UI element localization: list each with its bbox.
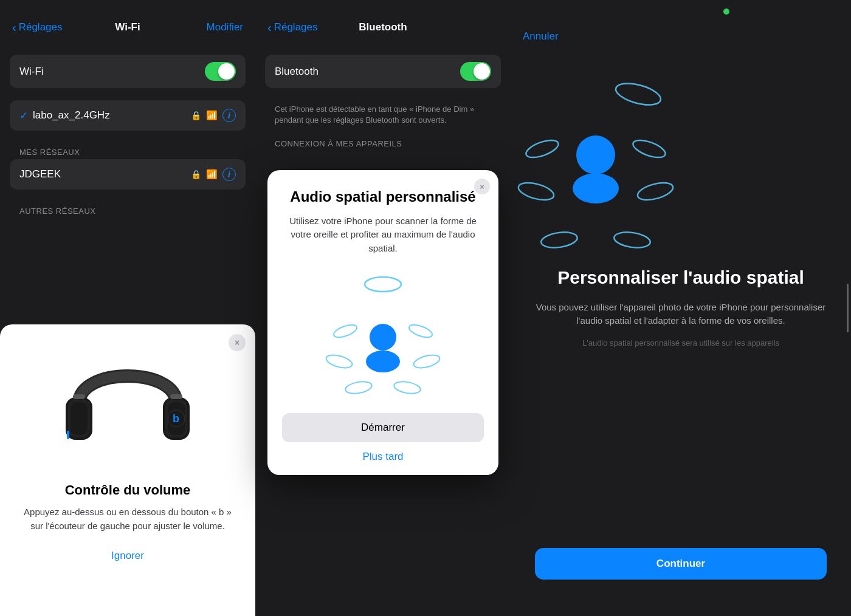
wifi-toggle[interactable] (205, 62, 236, 81)
bluetooth-toggle-section: Bluetooth (265, 55, 501, 88)
spatial-full-title: Personnaliser l'audio spatial (511, 267, 851, 289)
bluetooth-back-button[interactable]: ‹ Réglages (267, 21, 318, 35)
wifi-nav-title: Wi-Fi (115, 21, 140, 33)
spatial-full-subdesc: L'audio spatial personnalisé sera utilis… (511, 338, 851, 349)
wifi-connected-section: ✓ labo_ax_2.4GHz 🔒 📶 i (10, 100, 246, 131)
spatial-start-button[interactable]: Démarrer (282, 413, 484, 442)
wifi-toggle-label: Wi-Fi (19, 66, 205, 78)
wifi-row-icons: 🔒 📶 i (191, 109, 236, 122)
wifi-toggle-row[interactable]: Wi-Fi (10, 55, 246, 88)
wifi-nav-bar: ‹ Réglages Wi-Fi Modifier (0, 0, 255, 55)
svg-point-15 (325, 353, 353, 371)
scroll-indicator (847, 284, 849, 332)
svg-point-27 (540, 230, 579, 250)
toggle-thumb (218, 63, 235, 80)
beats-card-desc: Appuyez au-dessus ou en dessous du bouto… (12, 505, 243, 533)
my-networks-header: MES RÉSEAUX (0, 143, 255, 159)
beats-card-title: Contrôle du volume (65, 482, 191, 498)
wifi-signal-icon-2: 📶 (206, 169, 218, 180)
svg-point-11 (365, 277, 401, 292)
svg-point-25 (631, 137, 667, 161)
modal-close-button[interactable]: × (474, 179, 490, 194)
modal-title: Audio spatial personnalisé (290, 188, 475, 206)
svg-point-12 (370, 324, 396, 351)
other-networks-header: AUTRES RÉSEAUX (0, 202, 255, 218)
bluetooth-desc: Cet iPhone est détectable en tant que « … (255, 100, 511, 134)
svg-rect-10 (67, 431, 69, 439)
svg-point-22 (573, 173, 619, 204)
beats-card: × b (0, 324, 255, 616)
my-network-row[interactable]: JDGEEK 🔒 📶 i (10, 159, 246, 190)
svg-point-17 (412, 353, 441, 371)
my-network-label: JDGEEK (19, 168, 191, 180)
wifi-signal-icon: 📶 (206, 110, 218, 121)
bluetooth-connections-header: CONNEXION À MES APPAREILS (255, 134, 511, 151)
wifi-back-label: Réglages (19, 21, 63, 33)
my-networks-section: JDGEEK 🔒 📶 i (10, 159, 246, 190)
spatial-full-desc: Vous pouvez utiliser l'appareil photo de… (511, 301, 851, 328)
bluetooth-toggle[interactable] (460, 62, 491, 81)
svg-point-16 (407, 323, 433, 340)
wifi-toggle-section: Wi-Fi (10, 55, 246, 88)
svg-point-23 (524, 137, 560, 161)
svg-point-14 (332, 323, 358, 340)
svg-point-18 (345, 380, 373, 395)
svg-rect-2 (71, 402, 88, 435)
modal-spatial-viz (322, 267, 444, 401)
bluetooth-nav-title: Bluetooth (359, 21, 407, 33)
svg-point-26 (636, 180, 675, 204)
connected-network-label: labo_ax_2.4GHz (33, 109, 191, 121)
svg-text:b: b (173, 412, 179, 425)
info-icon-2[interactable]: i (222, 168, 236, 181)
bt-chevron-left-icon: ‹ (267, 21, 272, 35)
wifi-panel: ‹ Réglages Wi-Fi Modifier Wi-Fi ✓ labo_a… (0, 0, 255, 616)
spatial-audio-modal: × Audio spatial personnalisé Utilisez vo… (267, 170, 498, 475)
svg-point-28 (613, 230, 652, 250)
bluetooth-panel: ‹ Réglages Bluetooth Bluetooth Cet iPhon… (255, 0, 511, 616)
lock-icon-2: 🔒 (191, 169, 201, 179)
spatial-full-viz (511, 61, 681, 255)
wifi-back-button[interactable]: ‹ Réglages (12, 21, 63, 35)
lock-icon: 🔒 (191, 111, 201, 120)
info-icon[interactable]: i (222, 109, 236, 122)
svg-point-24 (517, 180, 556, 204)
checkmark-icon: ✓ (19, 109, 28, 122)
chevron-left-icon: ‹ (12, 21, 16, 35)
svg-rect-8 (73, 394, 85, 399)
spatial-cancel-button[interactable]: Annuler (523, 30, 559, 43)
bluetooth-toggle-row[interactable]: Bluetooth (265, 55, 501, 88)
status-dot (723, 9, 729, 15)
beats-card-close-button[interactable]: × (229, 334, 246, 351)
svg-rect-9 (170, 394, 182, 399)
spatial-full-panel: Annuler Personnaliser l'audio spatial Vo… (511, 0, 851, 616)
svg-point-13 (366, 351, 400, 372)
bluetooth-toggle-label: Bluetooth (275, 66, 460, 78)
spatial-later-button[interactable]: Plus tard (362, 451, 403, 463)
spatial-full-nav: Annuler (511, 0, 851, 49)
svg-point-20 (613, 80, 663, 109)
bluetooth-nav-bar: ‹ Réglages Bluetooth (255, 0, 511, 55)
wifi-modify-button[interactable]: Modifier (207, 21, 243, 33)
svg-point-21 (576, 135, 615, 174)
svg-point-19 (393, 380, 421, 395)
wifi-connected-row[interactable]: ✓ labo_ax_2.4GHz 🔒 📶 i (10, 100, 246, 131)
beats-headphone-image: b (55, 337, 201, 470)
modal-desc: Utilisez votre iPhone pour scanner la fo… (282, 214, 484, 256)
beats-ignore-button[interactable]: Ignorer (111, 550, 144, 562)
spatial-continue-button[interactable]: Continuer (535, 548, 827, 580)
my-network-icons: 🔒 📶 i (191, 168, 236, 181)
bt-toggle-thumb (474, 63, 490, 80)
bluetooth-back-label: Réglages (274, 21, 318, 33)
